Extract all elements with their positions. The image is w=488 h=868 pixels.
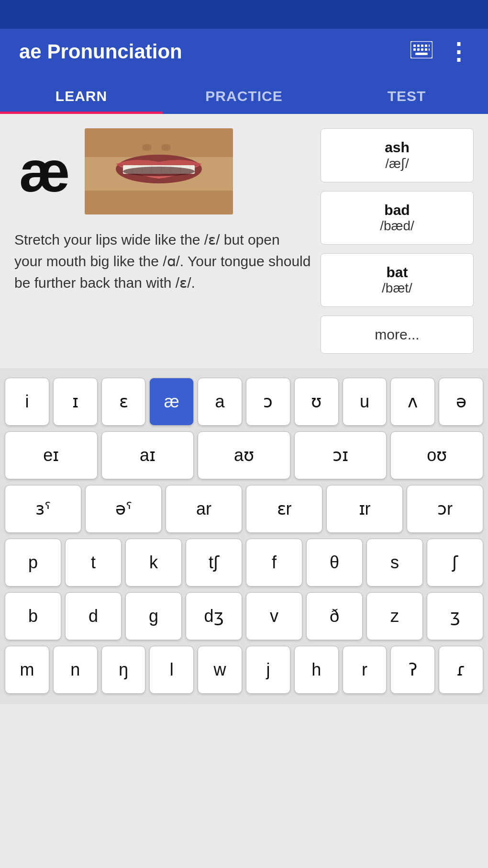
keyboard-row-2: eɪ aɪ aʊ ɔɪ oʊ [5,431,483,479]
key-f[interactable]: f [246,539,302,586]
svg-rect-13 [85,128,233,157]
ipa-bad: /bæd/ [331,218,464,234]
key-wedge[interactable]: ʌ [390,378,435,426]
key-or[interactable]: ɔr [407,485,483,533]
word-card-ash[interactable]: ash /æʃ/ [321,128,474,182]
word-card-bat[interactable]: bat /bæt/ [321,253,474,307]
keyboard-row-3: ɜˤ əˤ ar ɛr ɪr ɔr [5,485,483,533]
key-er-unstressed[interactable]: əˤ [85,485,162,533]
key-tsh[interactable]: tʃ [186,539,242,586]
key-eth[interactable]: ð [306,592,363,640]
svg-rect-3 [421,45,423,47]
phoneme-display: æ [14,128,311,214]
svg-point-24 [123,167,195,176]
more-button[interactable]: more... [321,316,474,354]
key-flap[interactable]: ɾ [439,646,483,694]
key-b[interactable]: b [5,592,61,640]
key-ai[interactable]: aɪ [101,431,194,479]
right-section: ash /æʃ/ bad /bæd/ bat /bæt/ more... [321,128,474,354]
key-g[interactable]: g [125,592,182,640]
key-j[interactable]: j [246,646,290,694]
status-bar [0,0,488,29]
tab-practice[interactable]: PRACTICE [163,75,325,114]
app-bar: ae Pronunciation ⋮ [0,29,488,75]
svg-rect-5 [429,45,430,47]
key-d[interactable]: d [65,592,122,640]
key-dzh[interactable]: dʒ [186,592,242,640]
key-a[interactable]: a [198,378,242,426]
keyboard-row-6: m n ŋ l w j h r ʔ ɾ [5,646,483,694]
tabs-bar: LEARN PRACTICE TEST [0,75,488,114]
svg-rect-1 [413,45,416,47]
key-ou[interactable]: oʊ [390,431,483,479]
tab-test[interactable]: TEST [325,75,488,114]
tab-learn[interactable]: LEARN [0,75,163,114]
keyboard-row-1: i ɪ ɛ æ a ɔ ʊ u ʌ ə [5,378,483,426]
key-epsilon[interactable]: ɛ [101,378,146,426]
keyboard-row-5: b d g dʒ v ð z ʒ [5,592,483,640]
svg-point-25 [142,144,152,151]
word-bad: bad [331,202,464,218]
key-s[interactable]: s [366,539,423,586]
key-ir[interactable]: ɪr [326,485,403,533]
svg-rect-14 [85,191,233,214]
more-options-icon[interactable]: ⋮ [447,38,469,65]
key-ae[interactable]: æ [149,378,194,426]
key-au[interactable]: aʊ [198,431,290,479]
app-title: ae Pronunciation [19,40,182,63]
key-schwa[interactable]: ə [439,378,483,426]
ipa-keyboard: i ɪ ɛ æ a ɔ ʊ u ʌ ə eɪ aɪ aʊ ɔɪ oʊ ɜˤ əˤ… [0,368,488,704]
keyboard-icon[interactable] [410,41,433,63]
svg-rect-6 [413,48,416,51]
key-n[interactable]: n [53,646,98,694]
phoneme-symbol: æ [14,138,75,205]
svg-rect-11 [415,53,428,55]
key-ar[interactable]: ar [166,485,242,533]
key-i[interactable]: i [5,378,49,426]
svg-point-26 [161,144,171,151]
word-ash: ash [331,139,464,156]
key-l[interactable]: l [149,646,194,694]
key-ezh[interactable]: ʒ [427,592,483,640]
svg-rect-2 [417,45,420,47]
key-w[interactable]: w [198,646,242,694]
key-theta[interactable]: θ [306,539,363,586]
app-bar-actions: ⋮ [410,38,469,65]
key-esh[interactable]: ʃ [427,539,483,586]
ipa-bat: /bæt/ [331,281,464,296]
key-eng[interactable]: ŋ [101,646,146,694]
mouth-image [85,128,233,214]
keyboard-row-4: p t k tʃ f θ s ʃ [5,539,483,586]
key-upsilon[interactable]: ʊ [294,378,339,426]
word-bat: bat [331,264,464,281]
main-content: æ [0,114,488,368]
key-v[interactable]: v [246,592,302,640]
phoneme-description: Stretch your lips wide like the /ɛ/ but … [14,229,311,293]
key-r[interactable]: r [343,646,387,694]
key-m[interactable]: m [5,646,49,694]
key-t[interactable]: t [65,539,122,586]
key-p[interactable]: p [5,539,61,586]
key-ei[interactable]: eɪ [5,431,98,479]
key-small-i[interactable]: ɪ [53,378,98,426]
key-oi[interactable]: ɔɪ [294,431,387,479]
key-glottal-stop[interactable]: ʔ [390,646,435,694]
svg-rect-9 [425,48,427,51]
svg-rect-8 [421,48,423,51]
svg-rect-7 [417,48,420,51]
ipa-ash: /æʃ/ [331,156,464,171]
key-h[interactable]: h [294,646,339,694]
word-card-bad[interactable]: bad /bæd/ [321,191,474,245]
key-u[interactable]: u [343,378,387,426]
key-open-o[interactable]: ɔ [246,378,290,426]
left-section: æ [14,128,321,354]
key-er[interactable]: ɛr [246,485,322,533]
key-z[interactable]: z [366,592,423,640]
key-k[interactable]: k [125,539,182,586]
svg-rect-4 [425,45,427,47]
key-er-stressed[interactable]: ɜˤ [5,485,81,533]
svg-rect-10 [429,48,430,51]
